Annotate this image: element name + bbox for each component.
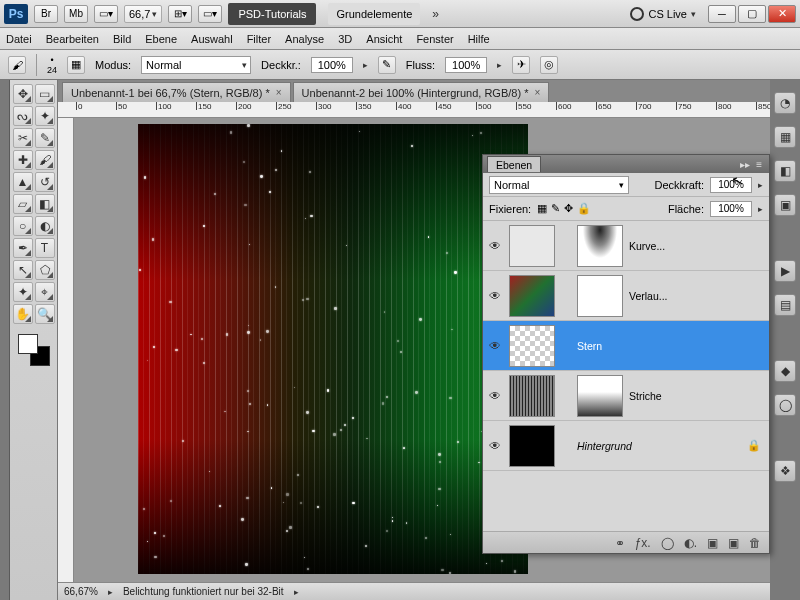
opacity-flyout-icon[interactable]: ▸ (758, 180, 763, 190)
masks-panel-icon[interactable]: ▣ (774, 194, 796, 216)
layers-dock-icon[interactable]: ❖ (774, 460, 796, 482)
layer-row[interactable]: 👁Kurve... (483, 221, 769, 271)
swatches-panel-icon[interactable]: ▦ (774, 126, 796, 148)
panel-tab-ebenen[interactable]: Ebenen (487, 156, 541, 172)
layer-fx-icon[interactable]: ƒx. (635, 536, 651, 550)
menu-ebene[interactable]: Ebene (145, 33, 177, 45)
layer-blend-dropdown[interactable]: Normal (489, 176, 629, 194)
foreground-swatch[interactable] (18, 334, 38, 354)
layer-row[interactable]: 👁Hintergrund🔒 (483, 421, 769, 471)
pressure-opacity-icon[interactable]: ✎ (378, 56, 396, 74)
menu-auswahl[interactable]: Auswahl (191, 33, 233, 45)
close-icon[interactable]: × (534, 87, 540, 98)
mask-thumbnail[interactable] (577, 275, 623, 317)
menu-hilfe[interactable]: Hilfe (468, 33, 490, 45)
maximize-button[interactable]: ▢ (738, 5, 766, 23)
lock-transparent-icon[interactable]: ▦ (537, 202, 547, 215)
zoom-extra-button[interactable]: ⊞▾ (168, 5, 192, 23)
delete-layer-icon[interactable]: 🗑 (749, 536, 761, 550)
eyedropper-tool[interactable]: ✎ (35, 128, 55, 148)
tool-preset-icon[interactable]: 🖌 (8, 56, 26, 74)
channels-panel-icon[interactable]: ◯ (774, 394, 796, 416)
screen-mode-button[interactable]: ▭▾ (198, 5, 222, 23)
close-button[interactable]: ✕ (768, 5, 796, 23)
horizontal-ruler[interactable]: 0501001502002503003504004505005506006507… (58, 102, 770, 118)
layer-name[interactable]: Stern (577, 340, 765, 352)
lock-position-icon[interactable]: ✥ (564, 202, 573, 215)
layout-button[interactable]: ▭▾ (94, 5, 118, 23)
left-dock-collapse[interactable] (0, 80, 10, 600)
pressure-size-icon[interactable]: ◎ (540, 56, 558, 74)
layer-thumbnail[interactable] (509, 425, 555, 467)
layer-thumbnail[interactable] (509, 325, 555, 367)
healing-tool[interactable]: ✚ (13, 150, 33, 170)
visibility-icon[interactable]: 👁 (487, 438, 503, 454)
move-tool[interactable]: ✥ (13, 84, 33, 104)
opacity-flyout-icon[interactable]: ▸ (363, 60, 368, 70)
brush-preview[interactable]: •24 (47, 55, 57, 75)
link-layers-icon[interactable]: ⚭ (615, 536, 625, 550)
stamp-tool[interactable]: ▲ (13, 172, 33, 192)
adjustments-panel-icon[interactable]: ◧ (774, 160, 796, 182)
color-panel-icon[interactable]: ◔ (774, 92, 796, 114)
document-tab[interactable]: Unbenannt-2 bei 100% (Hintergrund, RGB/8… (293, 82, 550, 102)
dodge-tool[interactable]: ◐ (35, 216, 55, 236)
shape-tool[interactable]: ⬠ (35, 260, 55, 280)
layer-thumbnail[interactable] (509, 275, 555, 317)
brush-panel-icon[interactable]: ▦ (67, 56, 85, 74)
panel-menu-icon[interactable]: ≡ (753, 159, 765, 170)
zoom-dropdown[interactable]: 66,7▾ (124, 5, 162, 23)
menu-fenster[interactable]: Fenster (416, 33, 453, 45)
visibility-icon[interactable]: 👁 (487, 338, 503, 354)
status-zoom[interactable]: 66,67% (64, 586, 98, 597)
minimize-button[interactable]: ─ (708, 5, 736, 23)
color-swatches[interactable] (16, 332, 52, 368)
layer-row[interactable]: 👁Verlau... (483, 271, 769, 321)
canvas[interactable] (138, 124, 528, 574)
styles-panel-icon[interactable]: ◆ (774, 360, 796, 382)
path-tool[interactable]: ↖ (13, 260, 33, 280)
menu-bearbeiten[interactable]: Bearbeiten (46, 33, 99, 45)
layer-opacity-field[interactable]: 100% (710, 177, 752, 193)
zoom-tool[interactable]: 🔍 (35, 304, 55, 324)
visibility-icon[interactable]: 👁 (487, 238, 503, 254)
3d-camera-tool[interactable]: ⌖ (35, 282, 55, 302)
lock-all-icon[interactable]: 🔒 (577, 202, 591, 215)
lasso-tool[interactable]: ᔓ (13, 106, 33, 126)
layer-thumbnail[interactable] (509, 225, 555, 267)
layer-mask-icon[interactable]: ◯ (661, 536, 674, 550)
lock-pixels-icon[interactable]: ✎ (551, 202, 560, 215)
fill-flyout-icon[interactable]: ▸ (758, 204, 763, 214)
document-tab[interactable]: Unbenannt-1 bei 66,7% (Stern, RGB/8) *× (62, 82, 291, 102)
layer-name[interactable]: Hintergrund (577, 440, 741, 452)
flow-field[interactable]: 100% (445, 57, 487, 73)
blur-tool[interactable]: ○ (13, 216, 33, 236)
layer-thumbnail[interactable] (509, 375, 555, 417)
status-flyout-icon[interactable]: ▸ (294, 587, 299, 597)
type-tool[interactable]: T (35, 238, 55, 258)
menu-analyse[interactable]: Analyse (285, 33, 324, 45)
fill-field[interactable]: 100% (710, 201, 752, 217)
layer-group-icon[interactable]: ▣ (707, 536, 718, 550)
layer-name[interactable]: Kurve... (629, 240, 765, 252)
visibility-icon[interactable]: 👁 (487, 388, 503, 404)
menu-datei[interactable]: Datei (6, 33, 32, 45)
gradient-tool[interactable]: ◧ (35, 194, 55, 214)
cslive-button[interactable]: CS Live▾ (630, 7, 696, 21)
close-icon[interactable]: × (276, 87, 282, 98)
layer-row[interactable]: 👁Stern (483, 321, 769, 371)
vertical-ruler[interactable] (58, 118, 74, 582)
pen-tool[interactable]: ✒ (13, 238, 33, 258)
workspace-more-icon[interactable]: » (432, 7, 439, 21)
history-panel-icon[interactable]: ▶ (774, 260, 796, 282)
layer-row[interactable]: 👁Striche (483, 371, 769, 421)
minibridge-button[interactable]: Mb (64, 5, 88, 23)
adjustment-layer-icon[interactable]: ◐. (684, 536, 697, 550)
hand-tool[interactable]: ✋ (13, 304, 33, 324)
visibility-icon[interactable]: 👁 (487, 288, 503, 304)
blend-mode-dropdown[interactable]: Normal (141, 56, 251, 74)
layer-name[interactable]: Verlau... (629, 290, 765, 302)
new-layer-icon[interactable]: ▣ (728, 536, 739, 550)
flow-flyout-icon[interactable]: ▸ (497, 60, 502, 70)
workspace-label[interactable]: Grundelemente (328, 3, 420, 25)
